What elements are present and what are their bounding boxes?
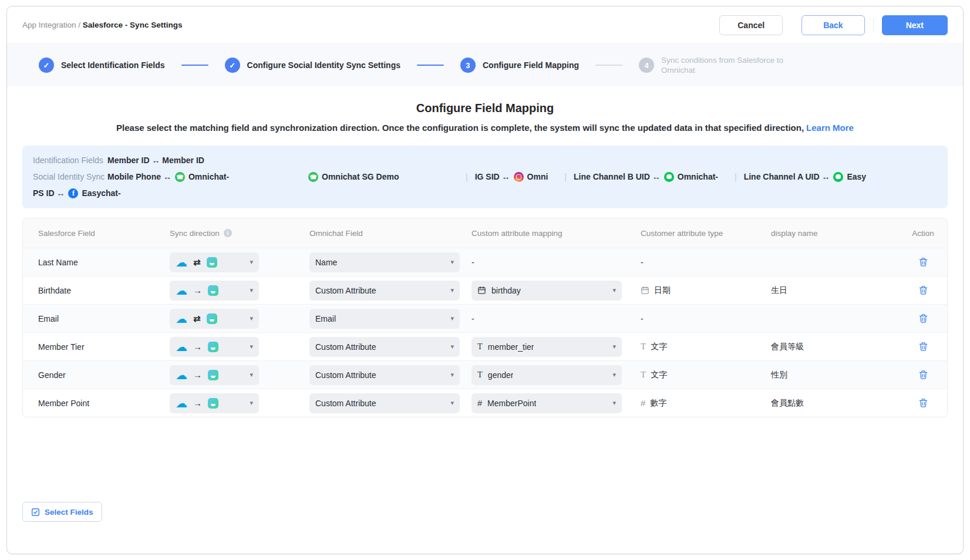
custom-attribute-mapping-cell: - ▾ <box>471 248 641 276</box>
omnichat-field-select[interactable]: Email ▾ <box>309 309 460 329</box>
omnichat-field-select[interactable]: Custom Attribute ▾ <box>309 365 460 385</box>
omnichat-field-select[interactable]: Name ▾ <box>309 252 460 272</box>
table-row: Member Point ☁ → ▾ Custom Attribute ▾ # … <box>23 389 947 417</box>
omnichat-field-select[interactable]: Custom Attribute ▾ <box>309 281 460 301</box>
header-sync-direction: Sync direction i <box>170 229 309 238</box>
identification-fields-value: Member ID ↔ Member ID <box>107 156 204 165</box>
table-row: Last Name ☁ ⇄ ▾ Name ▾ - ▾ <box>23 248 947 276</box>
attr-type-value: - <box>641 258 644 267</box>
whatsapp-icon: ☎ <box>308 172 318 182</box>
delete-row-button[interactable] <box>916 367 931 382</box>
trash-icon <box>918 398 928 408</box>
custom-attr-select[interactable]: # MemberPoint ▾ <box>471 393 622 413</box>
omnichat-icon <box>208 370 218 380</box>
chevron-down-icon: ▾ <box>608 286 616 294</box>
salesforce-icon: ☁ <box>176 397 187 409</box>
sync-direction-select[interactable]: ☁ ⇄ ▾ <box>170 309 259 329</box>
salesforce-field-cell: Birthdate <box>23 276 170 304</box>
text-type-icon: T <box>477 370 483 380</box>
sync-summary-panel: Identification Fields Member ID ↔ Member… <box>22 146 948 208</box>
divider: | <box>735 172 737 181</box>
learn-more-link[interactable]: Learn More <box>806 123 854 133</box>
salesforce-field-value: Gender <box>38 370 66 380</box>
salesforce-icon: ☁ <box>176 285 187 296</box>
table-body: Last Name ☁ ⇄ ▾ Name ▾ - ▾ <box>23 248 947 417</box>
delete-row-button[interactable] <box>916 311 931 326</box>
step-configure-field-mapping[interactable]: 3 Configure Field Mapping <box>460 58 579 73</box>
custom-attr-select[interactable]: T gender ▾ <box>471 365 622 385</box>
breadcrumb-section[interactable]: App Integration / <box>22 21 83 29</box>
salesforce-field-value: Email <box>38 314 59 323</box>
custom-attr-value: gender <box>488 370 514 380</box>
social-field-label: Mobile Phone ↔ <box>107 172 171 181</box>
sync-direction-select[interactable]: ☁ → ▾ <box>170 393 259 413</box>
header-salesforce-field: Salesforce Field <box>23 229 170 238</box>
delete-row-button[interactable] <box>916 283 931 298</box>
step-sync-conditions[interactable]: 4 Sync conditions from Salesforce to Omn… <box>639 55 787 75</box>
chevron-down-icon: ▾ <box>245 399 253 407</box>
omnichat-field-cell: Custom Attribute ▾ <box>309 361 471 389</box>
custom-attr-dash: - <box>471 258 474 267</box>
channel-name: Omnichat- <box>678 172 718 181</box>
cancel-button[interactable]: Cancel <box>719 15 783 35</box>
omnichat-field-select[interactable]: Custom Attribute ▾ <box>309 393 460 413</box>
next-button[interactable]: Next <box>882 15 948 35</box>
chevron-down-icon: ▾ <box>446 371 454 379</box>
display-name-cell: 生日 <box>771 276 899 304</box>
custom-attribute-mapping-cell: birthday ▾ <box>471 276 641 304</box>
salesforce-field-cell: Email <box>23 305 170 332</box>
custom-attr-dash: - <box>471 314 474 323</box>
select-fields-button[interactable]: Select Fields <box>22 502 102 522</box>
salesforce-field-value: Member Point <box>38 399 89 408</box>
divider: | <box>564 172 567 181</box>
sync-direction-arrow: → <box>193 370 202 380</box>
sync-direction-select[interactable]: ☁ → ▾ <box>170 337 259 357</box>
step-select-identification-fields[interactable]: ✓ Select Identification Fields <box>39 58 165 73</box>
step-social-identity-sync-settings[interactable]: ✓ Configure Social Identity Sync Setting… <box>225 58 400 73</box>
social-sync-item: |IG SID ↔Omni <box>466 172 548 182</box>
text-type-icon: T <box>641 342 646 352</box>
omnichat-icon <box>208 342 218 352</box>
chevron-down-icon: ▾ <box>245 315 253 322</box>
delete-row-button[interactable] <box>916 255 931 269</box>
omnichat-icon <box>207 313 217 324</box>
social-sync-item: ☎Omnichat SG Demo <box>308 172 466 182</box>
intro-section: Configure Field Mapping Please select th… <box>7 102 963 133</box>
sync-direction-select[interactable]: ☁ ⇄ ▾ <box>170 252 259 272</box>
salesforce-field-value: Member Tier <box>38 342 85 352</box>
header-action: Action <box>899 229 947 238</box>
delete-row-button[interactable] <box>916 339 931 354</box>
select-fields-label: Select Fields <box>45 508 93 517</box>
sync-direction-select[interactable]: ☁ → ▾ <box>170 365 259 385</box>
omnichat-field-select[interactable]: Custom Attribute ▾ <box>309 337 460 357</box>
info-icon[interactable]: i <box>224 229 232 237</box>
custom-attr-select[interactable]: T member_tier ▾ <box>471 337 622 357</box>
app-window: App Integration / Salesforce - Sync Sett… <box>6 6 964 554</box>
calendar-icon <box>477 286 486 295</box>
header-customer-attribute-type: Customer attribute type <box>641 229 771 238</box>
sync-direction-select[interactable]: ☁ → ▾ <box>170 281 259 301</box>
back-button[interactable]: Back <box>801 15 864 35</box>
display-name-cell <box>771 305 899 332</box>
chevron-down-icon: ▾ <box>608 371 616 379</box>
step-connector <box>181 65 208 66</box>
chevron-down-icon: ▾ <box>446 343 454 350</box>
chevron-down-icon: ▾ <box>245 286 253 294</box>
social-sync-line-2: PS ID ↔fEasychat- <box>33 186 937 200</box>
chevron-down-icon: ▾ <box>446 315 454 322</box>
step-label: Select Identification Fields <box>61 60 165 70</box>
custom-attr-select[interactable]: birthday ▾ <box>471 281 622 301</box>
display-name-cell <box>771 248 899 276</box>
custom-attr-value: member_tier <box>488 342 534 352</box>
social-field-label: Line Channel B UID ↔ <box>574 172 661 181</box>
step-number-badge: 3 <box>460 58 476 73</box>
header-omnichat-field: Omnichat Field <box>309 229 471 238</box>
action-cell <box>899 333 947 360</box>
button-divider <box>873 19 874 32</box>
breadcrumb-page: Salesforce - Sync Settings <box>83 21 183 29</box>
delete-row-button[interactable] <box>916 396 931 410</box>
omnichat-field-value: Name <box>315 258 337 267</box>
table-row: Gender ☁ → ▾ Custom Attribute ▾ T gender… <box>23 360 947 389</box>
check-circle-icon: ✓ <box>225 58 240 73</box>
step-number-badge: 4 <box>639 58 654 73</box>
